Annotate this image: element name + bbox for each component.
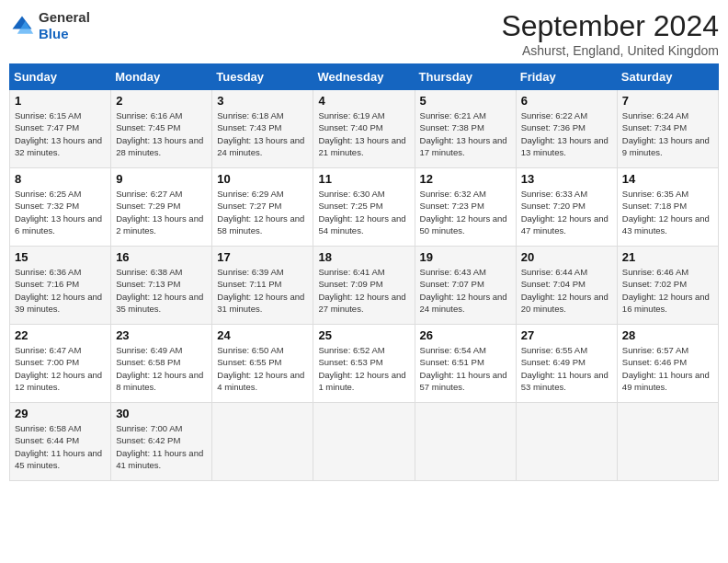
day-number: 14 — [622, 172, 713, 186]
day-number: 27 — [521, 328, 612, 342]
calendar-cell — [415, 403, 516, 481]
col-sunday: Sunday — [10, 64, 111, 90]
cell-details: Sunrise: 6:46 AMSunset: 7:02 PMDaylight:… — [622, 267, 710, 314]
calendar-cell: 7 Sunrise: 6:24 AMSunset: 7:34 PMDayligh… — [617, 90, 718, 168]
location: Ashurst, England, United Kingdom — [501, 43, 719, 58]
logo-icon — [9, 13, 35, 39]
day-number: 22 — [15, 328, 106, 342]
day-number: 9 — [116, 172, 207, 186]
header-row: Sunday Monday Tuesday Wednesday Thursday… — [10, 64, 719, 90]
calendar-cell: 23 Sunrise: 6:49 AMSunset: 6:58 PMDaylig… — [111, 325, 212, 403]
calendar-cell: 21 Sunrise: 6:46 AMSunset: 7:02 PMDaylig… — [617, 247, 718, 325]
calendar-cell: 30 Sunrise: 7:00 AMSunset: 6:42 PMDaylig… — [111, 403, 212, 481]
calendar-cell: 10 Sunrise: 6:29 AMSunset: 7:27 PMDaylig… — [212, 168, 313, 247]
cell-details: Sunrise: 6:54 AMSunset: 6:51 PMDaylight:… — [420, 345, 507, 392]
cell-details: Sunrise: 6:29 AMSunset: 7:27 PMDaylight:… — [217, 189, 304, 236]
calendar-cell: 24 Sunrise: 6:50 AMSunset: 6:55 PMDaylig… — [212, 325, 313, 403]
calendar-cell: 6 Sunrise: 6:22 AMSunset: 7:36 PMDayligh… — [516, 90, 617, 168]
calendar-cell: 5 Sunrise: 6:21 AMSunset: 7:38 PMDayligh… — [415, 90, 516, 168]
day-number: 3 — [217, 94, 308, 108]
day-number: 12 — [420, 172, 511, 186]
cell-details: Sunrise: 6:24 AMSunset: 7:34 PMDaylight:… — [622, 110, 710, 157]
cell-details: Sunrise: 6:32 AMSunset: 7:23 PMDaylight:… — [420, 189, 507, 236]
title-block: September 2024 Ashurst, England, United … — [501, 9, 719, 58]
calendar-cell: 15 Sunrise: 6:36 AMSunset: 7:16 PMDaylig… — [10, 247, 111, 325]
calendar-cell: 2 Sunrise: 6:16 AMSunset: 7:45 PMDayligh… — [111, 90, 212, 168]
cell-details: Sunrise: 7:00 AMSunset: 6:42 PMDaylight:… — [116, 423, 203, 470]
cell-details: Sunrise: 6:21 AMSunset: 7:38 PMDaylight:… — [420, 110, 507, 157]
cell-details: Sunrise: 6:55 AMSunset: 6:49 PMDaylight:… — [521, 345, 609, 392]
calendar-cell — [617, 403, 718, 481]
cell-details: Sunrise: 6:16 AMSunset: 7:45 PMDaylight:… — [116, 110, 203, 157]
calendar-cell: 9 Sunrise: 6:27 AMSunset: 7:29 PMDayligh… — [111, 168, 212, 247]
cell-details: Sunrise: 6:15 AMSunset: 7:47 PMDaylight:… — [15, 110, 102, 157]
cell-details: Sunrise: 6:27 AMSunset: 7:29 PMDaylight:… — [116, 189, 203, 236]
calendar-cell — [516, 403, 617, 481]
day-number: 4 — [318, 94, 409, 108]
day-number: 24 — [217, 328, 308, 342]
calendar-cell: 22 Sunrise: 6:47 AMSunset: 7:00 PMDaylig… — [10, 325, 111, 403]
day-number: 8 — [15, 172, 106, 186]
day-number: 25 — [318, 328, 409, 342]
cell-details: Sunrise: 6:25 AMSunset: 7:32 PMDaylight:… — [15, 189, 102, 236]
calendar-cell — [313, 403, 415, 481]
cell-details: Sunrise: 6:38 AMSunset: 7:13 PMDaylight:… — [116, 267, 203, 314]
cell-details: Sunrise: 6:57 AMSunset: 6:46 PMDaylight:… — [622, 345, 710, 392]
logo-blue: Blue — [39, 26, 90, 42]
calendar-cell: 20 Sunrise: 6:44 AMSunset: 7:04 PMDaylig… — [516, 247, 617, 325]
col-wednesday: Wednesday — [313, 64, 415, 90]
col-thursday: Thursday — [415, 64, 516, 90]
day-number: 23 — [116, 328, 207, 342]
day-number: 5 — [420, 94, 511, 108]
day-number: 18 — [318, 250, 409, 264]
calendar-table: Sunday Monday Tuesday Wednesday Thursday… — [9, 63, 719, 481]
day-number: 20 — [521, 250, 612, 264]
logo-general: General — [39, 9, 90, 26]
day-number: 26 — [420, 328, 511, 342]
calendar-cell: 16 Sunrise: 6:38 AMSunset: 7:13 PMDaylig… — [111, 247, 212, 325]
cell-details: Sunrise: 6:36 AMSunset: 7:16 PMDaylight:… — [15, 267, 102, 314]
logo: General Blue — [9, 9, 90, 42]
cell-details: Sunrise: 6:39 AMSunset: 7:11 PMDaylight:… — [217, 267, 304, 314]
calendar-cell: 17 Sunrise: 6:39 AMSunset: 7:11 PMDaylig… — [212, 247, 313, 325]
calendar-cell: 28 Sunrise: 6:57 AMSunset: 6:46 PMDaylig… — [617, 325, 718, 403]
calendar-cell: 4 Sunrise: 6:19 AMSunset: 7:40 PMDayligh… — [313, 90, 415, 168]
week-row-2: 8 Sunrise: 6:25 AMSunset: 7:32 PMDayligh… — [10, 168, 719, 247]
cell-details: Sunrise: 6:30 AMSunset: 7:25 PMDaylight:… — [318, 189, 405, 236]
day-number: 13 — [521, 172, 612, 186]
col-friday: Friday — [516, 64, 617, 90]
day-number: 1 — [15, 94, 106, 108]
day-number: 11 — [318, 172, 409, 186]
col-monday: Monday — [111, 64, 212, 90]
calendar-cell: 11 Sunrise: 6:30 AMSunset: 7:25 PMDaylig… — [313, 168, 415, 247]
calendar-cell: 14 Sunrise: 6:35 AMSunset: 7:18 PMDaylig… — [617, 168, 718, 247]
calendar-cell: 25 Sunrise: 6:52 AMSunset: 6:53 PMDaylig… — [313, 325, 415, 403]
cell-details: Sunrise: 6:50 AMSunset: 6:55 PMDaylight:… — [217, 345, 304, 392]
cell-details: Sunrise: 6:41 AMSunset: 7:09 PMDaylight:… — [318, 267, 405, 314]
cell-details: Sunrise: 6:52 AMSunset: 6:53 PMDaylight:… — [318, 345, 405, 392]
cell-details: Sunrise: 6:19 AMSunset: 7:40 PMDaylight:… — [318, 110, 405, 157]
col-saturday: Saturday — [617, 64, 718, 90]
calendar-cell: 19 Sunrise: 6:43 AMSunset: 7:07 PMDaylig… — [415, 247, 516, 325]
calendar-cell: 12 Sunrise: 6:32 AMSunset: 7:23 PMDaylig… — [415, 168, 516, 247]
calendar-cell — [212, 403, 313, 481]
col-tuesday: Tuesday — [212, 64, 313, 90]
day-number: 29 — [15, 407, 106, 420]
logo-text: General Blue — [39, 9, 90, 42]
day-number: 6 — [521, 94, 612, 108]
month-title: September 2024 — [501, 9, 719, 43]
calendar-cell: 8 Sunrise: 6:25 AMSunset: 7:32 PMDayligh… — [10, 168, 111, 247]
cell-details: Sunrise: 6:22 AMSunset: 7:36 PMDaylight:… — [521, 110, 609, 157]
week-row-5: 29 Sunrise: 6:58 AMSunset: 6:44 PMDaylig… — [10, 403, 719, 481]
page-header: General Blue September 2024 Ashurst, Eng… — [9, 9, 719, 58]
calendar-cell: 27 Sunrise: 6:55 AMSunset: 6:49 PMDaylig… — [516, 325, 617, 403]
day-number: 15 — [15, 250, 106, 264]
calendar-cell: 3 Sunrise: 6:18 AMSunset: 7:43 PMDayligh… — [212, 90, 313, 168]
day-number: 2 — [116, 94, 207, 108]
cell-details: Sunrise: 6:35 AMSunset: 7:18 PMDaylight:… — [622, 189, 710, 236]
day-number: 28 — [622, 328, 713, 342]
day-number: 10 — [217, 172, 308, 186]
week-row-3: 15 Sunrise: 6:36 AMSunset: 7:16 PMDaylig… — [10, 247, 719, 325]
cell-details: Sunrise: 6:49 AMSunset: 6:58 PMDaylight:… — [116, 345, 203, 392]
day-number: 17 — [217, 250, 308, 264]
